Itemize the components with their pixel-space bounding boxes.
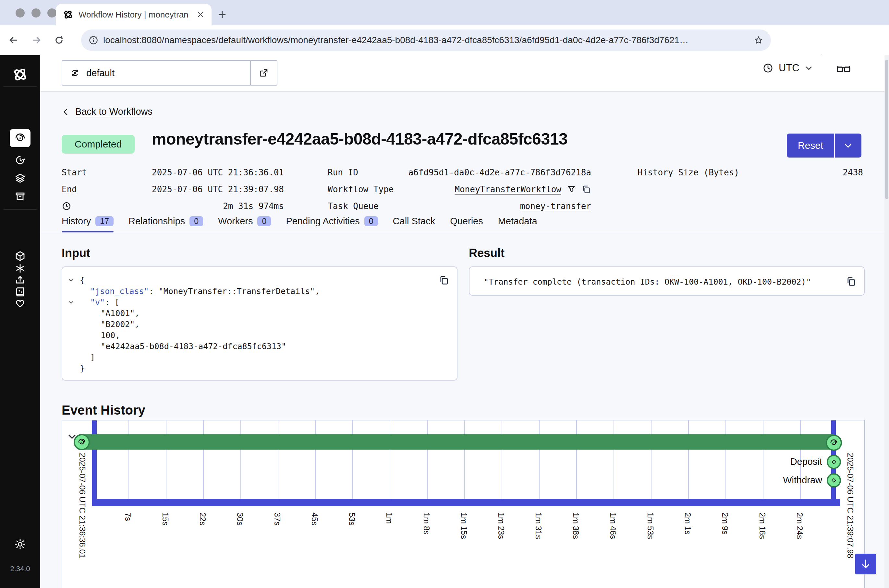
detail-label: Task Queue [328, 201, 379, 211]
copy-result-button[interactable] [844, 274, 858, 288]
temporal-favicon-icon [63, 9, 73, 20]
timeline-tick-label: 30s [235, 513, 245, 525]
collapse-chevron-icon[interactable] [68, 297, 75, 308]
back-to-workflows-link[interactable]: Back to Workflows [62, 106, 152, 117]
window-zoom-button[interactable] [47, 8, 56, 18]
namespace-external-link-button[interactable] [250, 61, 277, 85]
input-payload-card: { "json_class": "MoneyTransfer::Transfer… [62, 267, 457, 381]
reload-button[interactable] [50, 31, 68, 49]
nav-import-icon[interactable] [0, 274, 40, 286]
status-badge: Completed [62, 135, 135, 154]
reset-menu-button[interactable] [834, 134, 862, 158]
window-close-button[interactable] [16, 8, 25, 18]
nav-workflows-active[interactable] [10, 129, 30, 147]
timeline-tick-label: 2m 16s [758, 513, 767, 539]
scrollbar-thumb[interactable] [885, 60, 888, 199]
event-history-timeline: 7s15s22s30s37s45s53s1m1m 8s1m 15s1m 23s1… [62, 420, 865, 588]
filter-icon[interactable] [567, 184, 576, 194]
timeline-tick-label: 1m 53s [646, 513, 655, 539]
page-scrollbar[interactable] [884, 55, 889, 588]
new-tab-button[interactable] [214, 6, 230, 23]
timeline-end-label: 2025-07-06 UTC 21:39:07.98 [845, 453, 855, 558]
tab-history[interactable]: History17 [62, 216, 114, 232]
workflow-complete-event-node[interactable] [826, 435, 842, 451]
namespace-name: default [86, 68, 114, 78]
namespace-selector[interactable]: default [62, 60, 277, 86]
timeline-gridline [502, 420, 502, 502]
result-value: "Transfer complete (transaction IDs: OKW… [484, 267, 811, 296]
timeline-tick-label: 2m 9s [720, 513, 730, 534]
chevron-down-icon [805, 64, 813, 72]
bookmark-star-icon[interactable] [754, 35, 764, 45]
nav-deployments-icon[interactable] [0, 262, 40, 274]
back-button[interactable] [5, 31, 23, 49]
tab-metadata[interactable]: Metadata [498, 216, 537, 232]
chevron-left-icon [62, 107, 70, 117]
timeline-gridline [278, 420, 278, 502]
browser-tab[interactable]: Workflow History | moneytran [56, 4, 212, 25]
tab-call-stack[interactable]: Call Stack [393, 216, 435, 232]
tab-pending-activities[interactable]: Pending Activities0 [286, 216, 378, 232]
json-line: ] [62, 352, 457, 363]
tab-queries[interactable]: Queries [450, 216, 483, 232]
nav-labs-docs-icon[interactable] [0, 286, 40, 298]
code-view-glasses-icon[interactable] [836, 63, 851, 76]
nav-batch-operations-icon[interactable] [0, 172, 40, 184]
timeline-gridline [390, 420, 390, 502]
timeline-start-line [92, 420, 97, 506]
app-header: default UTC [40, 55, 889, 92]
details-column-times: Start 2025-07-06 UTC 21:36:36.01 End 202… [62, 164, 284, 214]
detail-label: End [62, 184, 77, 194]
temporal-logo-icon[interactable] [0, 67, 40, 82]
tab-close-icon[interactable] [197, 11, 205, 18]
details-column-ids: Run ID a6fd95d1-da0c-4d2e-a77c-786f3d762… [328, 164, 591, 214]
reset-button[interactable]: Reset [787, 134, 834, 158]
tab-workers[interactable]: Workers0 [218, 216, 271, 232]
nav-schedules-icon[interactable] [0, 154, 40, 166]
address-bar[interactable]: localhost:8080/namespaces/default/workfl… [81, 30, 771, 51]
timeline-tick-label: 1m [385, 513, 394, 524]
workflow-start-event-node[interactable] [74, 434, 90, 450]
json-line: 100, [62, 330, 457, 341]
timeline-tick-label: 1m 46s [608, 513, 618, 539]
detail-row-end: End 2025-07-06 UTC 21:39:07.98 [62, 181, 284, 198]
timeline-gridline [427, 420, 428, 502]
window-minimize-button[interactable] [32, 8, 41, 18]
activity-event-node-deposit[interactable] [827, 455, 841, 469]
timeline-tick-label: 1m 15s [459, 513, 468, 539]
detail-label: Start [62, 168, 87, 177]
timeline-gridline [539, 420, 540, 502]
timeline-gridline [576, 420, 577, 502]
tab-relationships[interactable]: Relationships0 [128, 216, 203, 232]
timezone-selector[interactable]: UTC [763, 62, 813, 74]
detail-label: History Size (Bytes) [638, 168, 739, 177]
copy-icon[interactable] [581, 184, 591, 194]
nav-nexus-icon[interactable] [0, 250, 40, 262]
site-info-icon[interactable] [88, 35, 99, 45]
rail-divider [3, 209, 37, 210]
activity-label-withdraw: Withdraw [718, 475, 822, 486]
tab-count-badge: 0 [257, 216, 271, 226]
nav-archival-icon[interactable] [0, 190, 40, 202]
theme-toggle-sun-icon[interactable] [0, 538, 40, 550]
details-column-history: History Size (Bytes) 2438 [638, 164, 863, 181]
detail-label: Run ID [328, 168, 358, 177]
activity-event-node-withdraw[interactable] [827, 473, 841, 488]
json-line: "v": [ [62, 297, 457, 308]
nav-feedback-heart-icon[interactable] [0, 298, 40, 309]
input-section-title: Input [62, 246, 90, 260]
timeline-tick-label: 2m 1s [683, 513, 692, 534]
scroll-to-bottom-button[interactable] [855, 554, 876, 574]
timezone-value: UTC [779, 62, 799, 74]
task-queue-link[interactable]: money-transfer [520, 201, 591, 211]
timeline-gridline [203, 420, 204, 502]
collapse-chevron-icon[interactable] [68, 275, 75, 286]
timeline-tick-label: 1m 31s [534, 513, 543, 539]
url-text: localhost:8080/namespaces/default/workfl… [103, 35, 749, 45]
workflow-id-title: moneytransfer-e4242aa5-b08d-4183-a472-df… [152, 130, 567, 148]
forward-button[interactable] [27, 31, 45, 49]
workflow-type-link[interactable]: MoneyTransferWorkflow [454, 184, 561, 194]
timeline-start-label: 2025-07-06 UTC 21:36:36.01 [78, 453, 87, 558]
copy-input-button[interactable] [437, 273, 451, 287]
json-line: { [62, 275, 457, 286]
